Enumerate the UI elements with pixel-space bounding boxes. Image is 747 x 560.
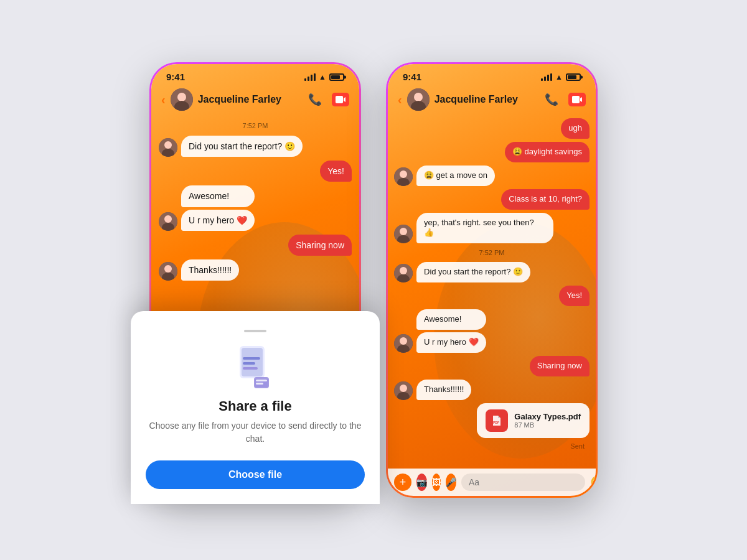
- avatar-msg-p2-3: [394, 264, 413, 282]
- message-bubble: Thanks!!!!!!: [416, 380, 471, 400]
- message-bubble: 😩 daylight savings: [505, 142, 590, 162]
- wifi-icon-2: ▲: [555, 73, 563, 82]
- svg-point-43: [400, 385, 407, 392]
- table-row: Did you start the report? 🙂: [394, 262, 590, 282]
- share-file-modal: Share a file Choose any file from your d…: [131, 311, 380, 504]
- sent-label: Sent: [394, 442, 585, 450]
- svg-point-4: [164, 141, 172, 149]
- emoji-icon-2[interactable]: 🙂: [590, 475, 598, 490]
- avatar-msg-p2-5: [394, 381, 413, 400]
- pdf-icon: PDF: [486, 409, 508, 432]
- phone-2-content: 9:41 ▲ ‹: [388, 64, 596, 496]
- table-row: 😩 get a move on: [394, 166, 590, 186]
- input-bar-2: + 📷 🖼 🎤 🙂 ⏳: [388, 469, 596, 496]
- table-row: Awesome! U r my hero ❤️: [394, 309, 590, 353]
- contact-name-1: Jacqueline Farley: [198, 94, 303, 105]
- back-button-2[interactable]: ‹: [398, 93, 402, 107]
- chat-header-1: ‹ Jacqueline Farley 📞: [151, 85, 359, 117]
- battery-icon-2: [566, 73, 581, 81]
- avatar-1: [171, 88, 193, 111]
- svg-point-7: [164, 215, 172, 223]
- svg-text:PDF: PDF: [493, 421, 499, 424]
- modal-description: Choose any file from your device to send…: [146, 419, 365, 446]
- pdf-attachment-bubble: PDF Galaxy Types.pdf 87 MB: [477, 403, 590, 438]
- svg-point-34: [400, 228, 407, 235]
- svg-rect-23: [243, 367, 258, 370]
- avatar-msg-p2-2: [394, 225, 413, 243]
- avatar-msg-1: [159, 138, 177, 157]
- phone-2: 9:41 ▲ ‹: [386, 62, 598, 498]
- plus-button[interactable]: +: [394, 474, 411, 491]
- camera-icon-2[interactable]: 📷: [416, 474, 427, 491]
- phone-call-icon-1[interactable]: 📞: [308, 93, 322, 106]
- message-bubble: Sharing now: [530, 356, 590, 376]
- header-actions-1: 📞: [308, 93, 349, 106]
- table-row: 😩 daylight savings: [394, 142, 590, 162]
- message-bubble: Awesome!: [181, 185, 255, 207]
- pdf-info: Galaxy Types.pdf 87 MB: [514, 412, 581, 429]
- table-row: Thanks!!!!!!: [159, 259, 352, 281]
- message-bubble: Yes!: [559, 286, 590, 306]
- svg-rect-22: [243, 362, 255, 365]
- svg-rect-25: [256, 380, 267, 381]
- status-time-2: 9:41: [403, 72, 421, 82]
- status-icons-1: ▲: [304, 73, 344, 82]
- svg-rect-26: [256, 383, 263, 385]
- pdf-size: 87 MB: [514, 421, 581, 429]
- video-call-icon-1[interactable]: [332, 93, 349, 106]
- svg-point-40: [400, 337, 407, 345]
- header-actions-2: 📞: [545, 93, 586, 106]
- table-row: Yes!: [159, 161, 352, 182]
- message-bubble: yep, that's right. see you then? 👍: [416, 213, 553, 244]
- message-bubble: Thanks!!!!!!: [181, 259, 239, 281]
- svg-point-10: [164, 265, 172, 273]
- table-row: yep, that's right. see you then? 👍: [394, 213, 590, 244]
- choose-file-button[interactable]: Choose file: [146, 460, 365, 489]
- table-row: Sharing now: [159, 235, 352, 256]
- modal-title: Share a file: [146, 398, 365, 414]
- contact-name-2: Jacqueline Farley: [435, 94, 540, 105]
- mic-icon-2[interactable]: 🎤: [446, 474, 456, 491]
- battery-icon: [329, 73, 344, 81]
- phone-1: 9:41 ▲ ‹: [149, 62, 361, 498]
- avatar-msg-p2-1: [394, 167, 413, 186]
- back-button-1[interactable]: ‹: [161, 93, 166, 107]
- table-row: Class is at 10, right?: [394, 189, 590, 210]
- timestamp-1: 7:52 PM: [159, 122, 352, 129]
- table-row: Sharing now: [394, 356, 590, 376]
- avatar-msg-3: [159, 262, 177, 281]
- avatar-2: [407, 88, 430, 111]
- video-call-icon-2[interactable]: [568, 93, 586, 106]
- message-stacked: Awesome! U r my hero ❤️: [181, 185, 255, 230]
- message-bubble: ugh: [561, 118, 590, 139]
- message-bubble: U r my hero ❤️: [181, 210, 255, 231]
- image-icon-2[interactable]: 🖼: [432, 474, 441, 491]
- message-bubble: Yes!: [320, 161, 352, 182]
- message-input-2[interactable]: [461, 474, 585, 491]
- svg-point-37: [400, 267, 407, 274]
- message-bubble: Awesome!: [416, 309, 486, 330]
- status-bar-2: 9:41 ▲: [388, 64, 596, 85]
- table-row: PDF Galaxy Types.pdf 87 MB: [394, 403, 590, 438]
- message-bubble: Did you start the report? 🙂: [181, 136, 303, 157]
- svg-point-28: [414, 93, 423, 101]
- message-bubble: Class is at 10, right?: [501, 189, 590, 210]
- table-row: Thanks!!!!!!: [394, 380, 590, 400]
- table-row: ugh: [394, 118, 590, 139]
- signal-icon-2: [541, 73, 552, 81]
- table-row: Yes!: [394, 286, 590, 306]
- signal-icon: [304, 73, 316, 81]
- avatar-msg-2: [159, 212, 177, 231]
- chat-header-2: ‹ Jacqueline Farley 📞: [388, 85, 596, 117]
- modal-file-icon: [233, 345, 277, 388]
- svg-point-1: [177, 93, 186, 101]
- status-time-1: 9:41: [166, 72, 185, 82]
- message-bubble: Sharing now: [288, 235, 352, 256]
- status-icons-2: ▲: [541, 73, 581, 82]
- avatar-msg-p2-4: [394, 334, 413, 353]
- phone-call-icon-2[interactable]: 📞: [545, 93, 558, 106]
- table-row: Did you start the report? 🙂: [159, 136, 352, 157]
- svg-rect-21: [243, 357, 260, 360]
- message-bubble: U r my hero ❤️: [416, 332, 486, 353]
- pdf-name: Galaxy Types.pdf: [514, 412, 581, 421]
